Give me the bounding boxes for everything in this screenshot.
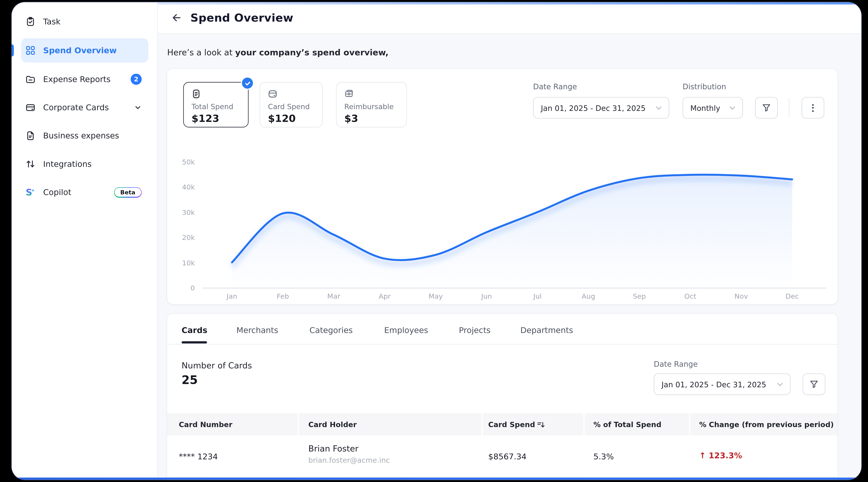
chevron-down-icon[interactable] xyxy=(134,104,142,112)
stat-card-reimbursable[interactable]: Reimbursable $3 xyxy=(336,82,407,127)
column-pct-of-total[interactable]: % of Total Spend xyxy=(593,413,661,435)
table-header: Card Number Card Holder Card Spend % of … xyxy=(167,413,837,435)
distribution-dropdown[interactable]: Monthly xyxy=(682,97,743,118)
funnel-icon xyxy=(762,103,771,112)
table-row[interactable]: **** 1234 Brian Foster brian.foster@acme… xyxy=(167,435,837,477)
tab-categories[interactable]: Categories xyxy=(309,326,353,335)
breakdown-panel: Cards Merchants Categories Employees Pro… xyxy=(167,313,838,480)
sidebar-item-expense-reports[interactable]: Expense Reports 2 xyxy=(21,67,148,91)
tab-departments[interactable]: Departments xyxy=(520,326,573,335)
funnel-icon xyxy=(809,379,819,389)
x-axis-line xyxy=(203,288,827,288)
stat-label: Total Spend xyxy=(191,103,240,111)
stat-value: $120 xyxy=(268,113,314,124)
tab-cards[interactable]: Cards xyxy=(182,326,207,335)
sidebar-item-label: Copilot xyxy=(43,188,71,197)
grid-icon xyxy=(25,45,35,55)
x-axis-tick: Nov xyxy=(724,292,758,300)
date-range-label: Date Range xyxy=(533,82,577,91)
x-axis-tick: Sep xyxy=(623,292,656,300)
arrows-up-down-icon xyxy=(25,159,35,169)
sidebar-item-business-expenses[interactable]: Business expenses xyxy=(21,123,148,148)
cell-card-number: **** 1234 xyxy=(179,452,218,461)
cell-pct-change: ↑ 123.3% xyxy=(699,451,742,460)
x-axis-tick: Jun xyxy=(470,292,503,300)
card-holder-email: brian.foster@acme.inc xyxy=(308,456,390,464)
stat-value: $123 xyxy=(191,113,240,124)
x-axis-tick: Dec xyxy=(776,292,809,300)
column-card-number[interactable]: Card Number xyxy=(179,413,232,435)
selected-check-icon xyxy=(242,78,253,89)
filter-button[interactable] xyxy=(755,97,778,118)
card-holder-name: Brian Foster xyxy=(308,444,390,454)
x-axis-tick: Oct xyxy=(674,292,707,300)
distribution-label: Distribution xyxy=(682,82,726,91)
beta-badge: Beta xyxy=(114,187,142,198)
filter-button[interactable] xyxy=(803,373,826,395)
sidebar-item-spend-overview[interactable]: Spend Overview xyxy=(21,38,148,62)
sidebar-item-copilot[interactable]: S Copilot Beta xyxy=(21,180,148,204)
screen: Task Spend Overview Expense Reports 2 xyxy=(0,0,868,482)
tab-merchants[interactable]: Merchants xyxy=(237,326,278,335)
x-axis-tick: Feb xyxy=(266,292,300,300)
copilot-logo: S xyxy=(25,187,35,197)
x-axis-tick: Jul xyxy=(521,292,554,300)
chevron-down-icon xyxy=(776,380,784,389)
sort-descending-icon xyxy=(537,420,545,429)
svg-text:S: S xyxy=(26,187,32,198)
kebab-menu-icon xyxy=(812,104,814,112)
greeting-text: Here’s a look at your company’s spend ov… xyxy=(167,48,389,58)
number-of-cards-label: Number of Cards xyxy=(182,361,252,371)
header-separator xyxy=(689,413,690,435)
cell-pct-of-total: 5.3% xyxy=(593,452,614,461)
back-button[interactable] xyxy=(170,12,183,24)
window-top-accent xyxy=(158,2,862,4)
spend-line-chart xyxy=(167,152,839,296)
sidebar-item-label: Spend Overview xyxy=(43,46,117,55)
tab-employees[interactable]: Employees xyxy=(384,326,428,335)
page-header: Spend Overview xyxy=(158,2,862,34)
stat-card-card-spend[interactable]: Card Spend $120 xyxy=(260,82,323,127)
header-separator xyxy=(298,413,299,435)
credit-card-icon xyxy=(25,103,35,113)
main-area: Spend Overview Here’s a look at your com… xyxy=(158,2,862,480)
chevron-down-icon xyxy=(654,103,663,112)
stat-label: Card Spend xyxy=(268,103,314,111)
column-card-holder[interactable]: Card Holder xyxy=(308,413,357,435)
date-range-dropdown[interactable]: Jan 01, 2025 - Dec 31, 2025 xyxy=(654,373,791,395)
stat-card-total-spend[interactable]: Total Spend $123 xyxy=(183,82,248,127)
spend-overview-panel: Total Spend $123 Card Spend $120 xyxy=(167,68,838,305)
page-content: Here’s a look at your company’s spend ov… xyxy=(158,34,862,480)
chevron-down-icon xyxy=(728,103,737,112)
date-range-dropdown[interactable]: Jan 01, 2025 - Dec 31, 2025 xyxy=(533,97,669,118)
sidebar-item-task[interactable]: Task xyxy=(21,9,148,34)
cell-card-holder: Brian Foster brian.foster@acme.inc xyxy=(308,444,390,464)
sidebar-item-label: Corporate Cards xyxy=(43,103,109,112)
date-range-label: Date Range xyxy=(654,360,698,368)
x-axis-tick: May xyxy=(419,292,452,300)
tab-projects[interactable]: Projects xyxy=(459,326,491,335)
sidebar-item-label: Expense Reports xyxy=(43,75,111,84)
number-of-cards-value: 25 xyxy=(182,373,197,387)
column-card-spend[interactable]: Card Spend xyxy=(488,413,545,435)
app-window: Task Spend Overview Expense Reports 2 xyxy=(12,2,862,480)
clipboard-check-icon xyxy=(25,17,35,27)
x-axis-tick: Apr xyxy=(368,292,401,300)
cell-card-spend: $8567.34 xyxy=(488,452,527,461)
expense-reports-count-badge: 2 xyxy=(131,74,142,85)
banknote-icon xyxy=(344,89,399,98)
sidebar-item-label: Task xyxy=(43,17,61,26)
sidebar-item-integrations[interactable]: Integrations xyxy=(21,152,148,176)
arrow-up-icon: ↑ xyxy=(699,451,706,460)
header-separator xyxy=(584,413,585,435)
sidebar-item-label: Business expenses xyxy=(43,131,119,140)
more-options-button[interactable] xyxy=(802,97,824,118)
receipt-icon xyxy=(191,89,240,98)
page-title: Spend Overview xyxy=(190,11,293,24)
tabs-divider xyxy=(167,344,837,345)
active-accent-bar xyxy=(12,44,14,57)
sidebar-item-corporate-cards[interactable]: Corporate Cards xyxy=(21,95,148,120)
sidebar: Task Spend Overview Expense Reports 2 xyxy=(12,2,158,480)
x-axis-tick: Mar xyxy=(317,292,350,300)
column-pct-change[interactable]: % Change (from previous period) xyxy=(699,413,834,435)
